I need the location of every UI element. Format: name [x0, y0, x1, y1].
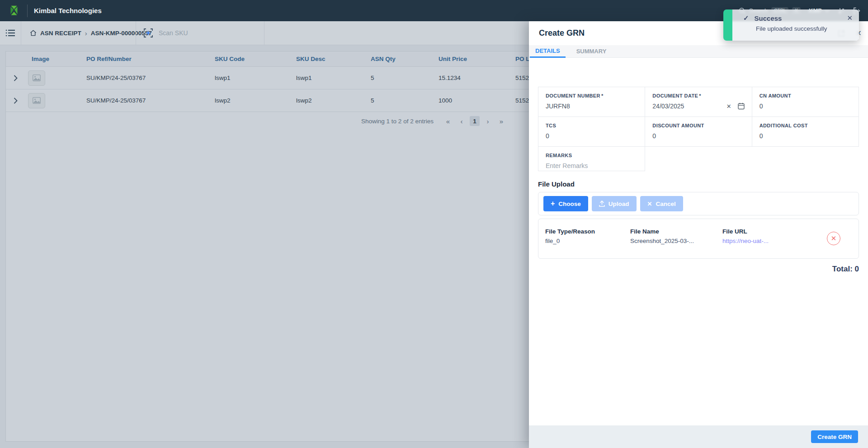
toast-close-icon[interactable]: ✕ — [847, 14, 853, 22]
file-type-column: File Type/Reason file_0 — [545, 228, 595, 244]
toast-message: File uploaded successfully — [756, 25, 853, 32]
row-expander-button[interactable] — [6, 98, 25, 104]
tcs-field[interactable]: TCS 0 — [538, 117, 645, 147]
app-title: Kimbal Technologies — [34, 7, 102, 14]
toolbar-divider — [136, 21, 136, 45]
row-image-cell — [25, 70, 80, 86]
grid-spacer — [645, 147, 859, 171]
toast-title: Success — [755, 14, 782, 22]
drawer-body: DOCUMENT NUMBER* JURFN8 DOCUMENT DATE* 2… — [538, 79, 859, 425]
choose-file-button[interactable]: + Choose — [543, 196, 588, 211]
cn-amount-value: 0 — [760, 103, 851, 110]
row-image-cell — [25, 93, 80, 108]
col-po-ref: PO Ref/Number — [80, 56, 208, 62]
document-number-value: JURFN8 — [546, 103, 637, 110]
upload-icon — [599, 201, 605, 207]
page-current-button[interactable]: 1 — [470, 116, 480, 126]
close-icon: ✕ — [831, 234, 837, 243]
file-name-header: File Name — [630, 228, 694, 235]
cell-asn-qty: 5 — [364, 97, 432, 104]
image-placeholder-icon — [28, 70, 45, 86]
app-logo-icon — [7, 4, 21, 18]
file-url-link[interactable]: https://neo-uat-... — [722, 238, 769, 244]
create-grn-button[interactable]: Create GRN — [811, 430, 858, 443]
breadcrumb-root[interactable]: ASN RECEIPT — [40, 30, 81, 37]
page-first-button[interactable]: « — [443, 116, 453, 126]
file-upload-heading: File Upload — [538, 180, 859, 188]
remove-file-button[interactable]: ✕ — [827, 232, 840, 245]
breadcrumb: ASN RECEIPT › ASN-KMP-000000557 — [30, 21, 152, 45]
file-upload-buttonbar: + Choose Upload ✕ Cancel — [538, 192, 859, 215]
row-expander-button[interactable] — [6, 75, 25, 81]
cancel-upload-button[interactable]: ✕ Cancel — [640, 196, 683, 211]
col-image: Image — [25, 56, 80, 62]
cell-po-ref: SU/KMP/24-25/03767 — [80, 97, 208, 104]
cell-unit-price: 15.1234 — [432, 75, 509, 81]
cell-sku-desc: lswp2 — [290, 97, 364, 104]
clear-date-icon[interactable]: ✕ — [726, 103, 731, 110]
col-unit-price: Unit Price — [432, 56, 509, 62]
tcs-label: TCS — [546, 123, 637, 128]
grn-field-grid: DOCUMENT NUMBER* JURFN8 DOCUMENT DATE* 2… — [538, 87, 859, 171]
cell-sku-code: lswp1 — [208, 75, 290, 81]
required-mark: * — [699, 93, 701, 98]
discount-amount-field[interactable]: DISCOUNT AMOUNT 0 — [645, 117, 752, 147]
tab-summary[interactable]: SUMMARY — [566, 45, 618, 57]
file-type-value: file_0 — [545, 238, 595, 244]
chevron-right-icon — [14, 75, 18, 81]
page-last-button[interactable]: » — [496, 116, 507, 126]
drawer-footer: Create GRN — [529, 425, 868, 448]
file-url-header: File URL — [722, 228, 769, 235]
drawer-tabs: DETAILS SUMMARY — [529, 45, 868, 58]
remarks-label: REMARKS — [546, 153, 637, 158]
menu-toggle-button[interactable] — [0, 21, 21, 45]
grn-total: Total: 0 — [538, 265, 859, 274]
toolbar-divider — [264, 21, 264, 45]
document-number-label: DOCUMENT NUMBER* — [546, 93, 637, 98]
chevron-right-icon — [14, 98, 18, 104]
document-number-field[interactable]: DOCUMENT NUMBER* JURFN8 — [538, 87, 645, 117]
close-icon: ✕ — [647, 201, 652, 207]
remarks-field[interactable]: REMARKS Enter Remarks — [538, 147, 645, 171]
document-date-field[interactable]: DOCUMENT DATE* 24/03/2025 ✕ — [645, 87, 752, 117]
toast-accent-bar — [723, 9, 732, 41]
discount-amount-label: DISCOUNT AMOUNT — [652, 123, 744, 128]
cell-sku-desc: lswp1 — [290, 75, 364, 81]
tcs-value: 0 — [546, 132, 637, 140]
toast-body: ✓ Success ✕ File uploaded successfully — [732, 9, 859, 41]
breadcrumb-separator: › — [85, 29, 87, 37]
cell-po-ref: SU/KMP/24-25/03767 — [80, 75, 208, 81]
file-type-header: File Type/Reason — [545, 228, 595, 235]
tab-details[interactable]: DETAILS — [530, 45, 566, 58]
scan-sku-placeholder: Scan SKU — [159, 29, 188, 37]
remarks-placeholder: Enter Remarks — [546, 162, 637, 169]
plus-icon: + — [551, 200, 555, 208]
image-placeholder-icon — [28, 93, 45, 108]
cell-sku-code: lswp2 — [208, 97, 290, 104]
upload-button[interactable]: Upload — [592, 196, 637, 211]
file-name-value: Screenshot_2025-03-... — [630, 238, 694, 244]
document-date-label: DOCUMENT DATE* — [652, 93, 744, 98]
calendar-icon[interactable] — [738, 103, 745, 110]
cell-unit-price: 1000 — [432, 97, 509, 104]
list-menu-icon — [5, 29, 15, 37]
scan-sku-input[interactable]: Scan SKU — [143, 21, 188, 45]
page-prev-button[interactable]: ‹ — [456, 116, 467, 126]
required-mark: * — [601, 93, 604, 98]
discount-amount-value: 0 — [652, 132, 744, 140]
file-url-column: File URL https://neo-uat-... — [722, 228, 769, 244]
document-date-value: 24/03/2025 ✕ — [652, 103, 744, 110]
page-next-button[interactable]: › — [482, 116, 493, 126]
scan-icon — [143, 28, 154, 38]
home-icon — [30, 30, 37, 36]
success-toast: ✓ Success ✕ File uploaded successfully — [723, 9, 859, 41]
cn-amount-field[interactable]: CN AMOUNT 0 — [752, 87, 859, 117]
additional-cost-label: ADDITIONAL COST — [760, 123, 851, 128]
additional-cost-field[interactable]: ADDITIONAL COST 0 — [752, 117, 859, 147]
col-asn-qty: ASN Qty — [364, 56, 432, 62]
uploaded-files-box: File Type/Reason file_0 File Name Screen… — [538, 219, 859, 259]
additional-cost-value: 0 — [760, 132, 851, 140]
col-sku-desc: SKU Desc — [290, 56, 364, 62]
create-grn-drawer: Create GRN ✕ DETAILS SUMMARY DOCUMENT NU… — [529, 21, 868, 448]
screen: Kimbal Technologies Search ctrl k KMP AS… — [0, 0, 868, 448]
